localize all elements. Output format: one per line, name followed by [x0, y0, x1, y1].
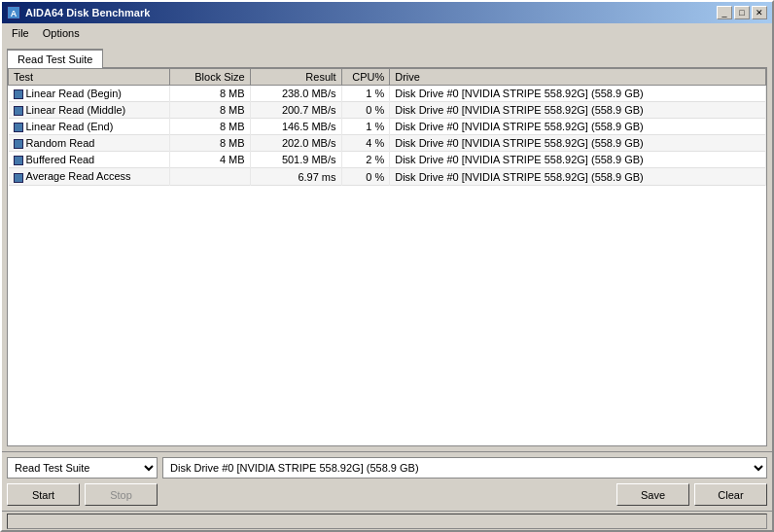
cell-result: 238.0 MB/s [250, 86, 341, 102]
menu-file[interactable]: File [6, 26, 35, 40]
suite-dropdown[interactable]: Read Test Suite [7, 457, 158, 479]
status-bar [2, 511, 772, 530]
cell-result: 6.97 ms [250, 168, 341, 185]
close-button[interactable]: ✕ [752, 6, 767, 19]
table-header-row: Test Block Size Result CPU% Drive [9, 69, 766, 86]
cell-block-size: 8 MB [169, 102, 250, 119]
drive-dropdown[interactable]: Disk Drive #0 [NVIDIA STRIPE 558.92G] (5… [162, 457, 767, 479]
cell-drive: Disk Drive #0 [NVIDIA STRIPE 558.92G] (5… [390, 119, 766, 135]
cell-drive: Disk Drive #0 [NVIDIA STRIPE 558.92G] (5… [390, 168, 766, 185]
bottom-bar: Read Test Suite Disk Drive #0 [NVIDIA ST… [2, 451, 772, 511]
menu-options[interactable]: Options [37, 26, 86, 40]
cell-test: Linear Read (Middle) [9, 102, 170, 119]
cell-cpu: 4 % [341, 135, 390, 152]
cell-drive: Disk Drive #0 [NVIDIA STRIPE 558.92G] (5… [390, 152, 766, 168]
cell-test: Average Read Access [9, 168, 170, 185]
cell-drive: Disk Drive #0 [NVIDIA STRIPE 558.92G] (5… [390, 135, 766, 152]
results-table: Test Block Size Result CPU% Drive Linear… [8, 68, 766, 186]
app-icon: A [7, 6, 20, 19]
row-icon [14, 139, 23, 149]
title-controls: _ □ ✕ [717, 6, 767, 19]
col-header-cpu: CPU% [341, 69, 390, 86]
cell-cpu: 0 % [341, 168, 390, 185]
table-row: Linear Read (Begin)8 MB238.0 MB/s1 %Disk… [9, 86, 766, 102]
row-icon [14, 173, 23, 183]
clear-button[interactable]: Clear [694, 483, 767, 506]
window-title: AIDA64 Disk Benchmark [25, 7, 150, 18]
col-header-drive: Drive [390, 69, 766, 86]
title-bar-text: A AIDA64 Disk Benchmark [7, 6, 150, 19]
cell-test: Random Read [9, 135, 170, 152]
cell-block-size: 8 MB [169, 135, 250, 152]
status-panel [7, 514, 767, 529]
bottom-row1: Read Test Suite Disk Drive #0 [NVIDIA ST… [7, 457, 767, 479]
tab-read-test-suite[interactable]: Read Test Suite [7, 49, 103, 68]
main-window: A AIDA64 Disk Benchmark _ □ ✕ File Optio… [0, 0, 774, 532]
start-button[interactable]: Start [7, 483, 80, 506]
cell-result: 501.9 MB/s [250, 152, 341, 168]
table-row: Random Read8 MB202.0 MB/s4 %Disk Drive #… [9, 135, 766, 152]
save-button[interactable]: Save [616, 483, 689, 506]
table-row: Linear Read (End)8 MB146.5 MB/s1 %Disk D… [9, 119, 766, 135]
bottom-row2: Start Stop Save Clear [7, 483, 767, 506]
cell-drive: Disk Drive #0 [NVIDIA STRIPE 558.92G] (5… [390, 102, 766, 119]
table-row: Linear Read (Middle)8 MB200.7 MB/s0 %Dis… [9, 102, 766, 119]
table-body: Linear Read (Begin)8 MB238.0 MB/s1 %Disk… [9, 86, 766, 186]
row-icon [14, 106, 23, 116]
cell-result: 202.0 MB/s [250, 135, 341, 152]
cell-result: 146.5 MB/s [250, 119, 341, 135]
cell-test: Linear Read (Begin) [9, 86, 170, 102]
cell-test: Buffered Read [9, 152, 170, 168]
cell-cpu: 0 % [341, 102, 390, 119]
row-icon [14, 156, 23, 165]
stop-button[interactable]: Stop [85, 483, 158, 506]
row-icon [14, 89, 23, 99]
results-table-container: Test Block Size Result CPU% Drive Linear… [7, 67, 767, 446]
cell-cpu: 1 % [341, 119, 390, 135]
minimize-button[interactable]: _ [717, 6, 732, 19]
tab-bar: Read Test Suite [7, 48, 767, 67]
cell-cpu: 1 % [341, 86, 390, 102]
col-header-block-size: Block Size [169, 69, 250, 86]
cell-block-size: 8 MB [169, 119, 250, 135]
col-header-test: Test [9, 69, 170, 86]
cell-result: 200.7 MB/s [250, 102, 341, 119]
cell-cpu: 2 % [341, 152, 390, 168]
cell-test: Linear Read (End) [9, 119, 170, 135]
row-icon [14, 123, 23, 132]
cell-block-size: 4 MB [169, 152, 250, 168]
title-bar: A AIDA64 Disk Benchmark _ □ ✕ [2, 2, 772, 23]
cell-block-size [169, 168, 250, 185]
cell-block-size: 8 MB [169, 86, 250, 102]
col-header-result: Result [250, 69, 341, 86]
menu-bar: File Options [2, 23, 772, 43]
table-row: Buffered Read4 MB501.9 MB/s2 %Disk Drive… [9, 152, 766, 168]
content-area: Read Test Suite Test Block Size Result C… [2, 43, 772, 451]
cell-drive: Disk Drive #0 [NVIDIA STRIPE 558.92G] (5… [390, 86, 766, 102]
table-row: Average Read Access6.97 ms0 %Disk Drive … [9, 168, 766, 185]
maximize-button[interactable]: □ [734, 6, 750, 19]
